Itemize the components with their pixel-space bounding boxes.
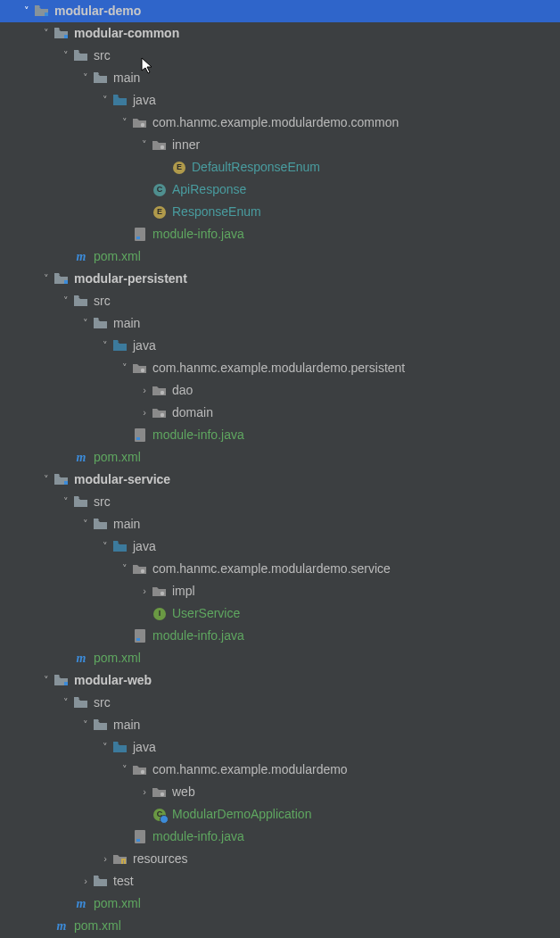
svg-rect-24 (121, 859, 126, 860)
tree-row[interactable]: EResponseEnum (0, 201, 560, 223)
chevron-down-icon[interactable]: ˅ (59, 290, 73, 312)
tree-row[interactable]: CModularDemoApplication (0, 803, 560, 826)
chevron-down-icon[interactable]: ˅ (59, 45, 73, 67)
tree-row[interactable]: › dao (0, 379, 560, 402)
enum-class-icon: E (171, 162, 187, 174)
tree-row[interactable]: module-info.java (0, 424, 560, 446)
chevron-down-icon[interactable]: ˅ (39, 268, 54, 290)
tree-item-label: resources (132, 848, 187, 870)
tree-item-label: modular-common (73, 22, 179, 45)
chevron-down-icon[interactable]: ˅ (78, 67, 93, 89)
runnable-class-icon: C (152, 809, 168, 821)
package-icon (152, 385, 168, 396)
tree-row[interactable]: ˅ java (0, 736, 560, 759)
chevron-down-icon[interactable]: ˅ (118, 357, 132, 379)
java-file-icon (132, 228, 148, 241)
svg-rect-1 (64, 35, 68, 38)
chevron-down-icon[interactable]: ˅ (98, 89, 112, 112)
tree-row[interactable]: ˅ modular-web (0, 669, 560, 692)
chevron-down-icon[interactable]: ˅ (98, 736, 112, 759)
tree-row[interactable]: ˅ src (0, 491, 560, 513)
tree-row[interactable]: mpom.xml (0, 647, 560, 669)
tree-row[interactable]: mpom.xml (0, 446, 560, 469)
tree-item-label: src (93, 692, 111, 714)
tree-row[interactable]: › domain (0, 402, 560, 424)
tree-item-label: module-info.java (152, 826, 244, 848)
tree-row[interactable]: ˅ com.hanmc.example.modulardemo (0, 759, 560, 781)
tree-row[interactable]: › resources (0, 848, 560, 870)
chevron-right-icon[interactable]: › (137, 379, 152, 402)
chevron-down-icon[interactable]: ˅ (39, 22, 54, 45)
chevron-right-icon[interactable]: › (137, 580, 152, 602)
tree-item-label: DefaultResponseEnum (191, 156, 320, 178)
tree-row[interactable]: module-info.java (0, 625, 560, 647)
tree-row[interactable]: module-info.java (0, 223, 560, 245)
tree-row[interactable]: ˅ modular-service (0, 469, 560, 491)
svg-point-3 (161, 145, 164, 149)
tree-row[interactable]: ˅ com.hanmc.example.modulardemo.persiste… (0, 357, 560, 379)
chevron-down-icon[interactable]: ˅ (20, 0, 34, 22)
maven-pom-icon: m (73, 245, 89, 268)
tree-row[interactable]: ˅ com.hanmc.example.modulardemo.service (0, 558, 560, 580)
chevron-down-icon[interactable]: ˅ (118, 112, 132, 134)
chevron-down-icon[interactable]: ˅ (98, 535, 112, 558)
chevron-down-icon[interactable]: ˅ (118, 759, 132, 781)
tree-row[interactable]: ˅ java (0, 535, 560, 558)
maven-pom-icon: m (73, 647, 89, 669)
tree-row[interactable]: ˅ src (0, 692, 560, 714)
chevron-down-icon[interactable]: ˅ (118, 558, 132, 580)
tree-row[interactable]: mpom.xml (0, 245, 560, 268)
tree-row[interactable]: ˅ main (0, 513, 560, 535)
chevron-right-icon[interactable]: › (137, 402, 152, 424)
chevron-down-icon[interactable]: ˅ (59, 491, 73, 513)
tree-row[interactable]: ˅ main (0, 312, 560, 335)
tree-row[interactable]: ˅ java (0, 335, 560, 357)
tree-item-label: src (93, 45, 111, 67)
tree-row[interactable]: ˅ main (0, 67, 560, 89)
java-file-icon (132, 830, 148, 843)
tree-row[interactable]: ˅ inner (0, 134, 560, 156)
tree-row[interactable]: ˅ com.hanmc.example.modulardemo.common (0, 112, 560, 134)
folder-icon (93, 519, 109, 530)
source-root-folder-icon (112, 95, 128, 106)
chevron-down-icon[interactable]: ˅ (39, 469, 54, 491)
tree-row[interactable]: ˅ modular-demo (0, 0, 560, 22)
tree-row[interactable]: › test (0, 870, 560, 892)
chevron-down-icon[interactable]: ˅ (78, 513, 93, 535)
tree-row[interactable]: EDefaultResponseEnum (0, 156, 560, 178)
folder-icon (93, 876, 109, 887)
svg-point-14 (161, 592, 164, 595)
tree-row[interactable]: module-info.java (0, 826, 560, 848)
svg-rect-0 (45, 12, 48, 16)
tree-item-label: ResponseEnum (171, 201, 261, 223)
tree-row[interactable]: ˅ modular-persistent (0, 268, 560, 290)
tree-item-label: com.hanmc.example.modulardemo.service (152, 558, 391, 580)
tree-row[interactable]: ˅ java (0, 89, 560, 112)
svg-rect-17 (64, 682, 68, 685)
tree-row[interactable]: › impl (0, 580, 560, 602)
tree-row[interactable]: mpom.xml (0, 915, 560, 937)
chevron-down-icon[interactable]: ˅ (78, 312, 93, 335)
chevron-down-icon[interactable]: ˅ (78, 714, 93, 736)
tree-item-label: main (112, 714, 140, 736)
tree-row[interactable]: ˅ src (0, 290, 560, 312)
tree-row[interactable]: › web (0, 781, 560, 803)
tree-item-label: ApiResponse (171, 178, 246, 201)
tree-row[interactable]: IUserService (0, 602, 560, 625)
tree-row[interactable]: ˅ src (0, 45, 560, 67)
tree-row[interactable]: CApiResponse (0, 178, 560, 201)
tree-row[interactable]: ˅ modular-common (0, 22, 560, 45)
java-file-icon (132, 428, 148, 442)
chevron-right-icon[interactable]: › (137, 781, 152, 803)
tree-row[interactable]: ˅ main (0, 714, 560, 736)
chevron-down-icon[interactable]: ˅ (98, 335, 112, 357)
tree-item-label: modular-web (73, 669, 152, 692)
tree-item-label: pom.xml (93, 647, 141, 669)
project-tree[interactable]: ˅ modular-demo˅ modular-common˅ src˅ mai… (0, 0, 560, 937)
chevron-right-icon[interactable]: › (98, 848, 112, 870)
tree-row[interactable]: mpom.xml (0, 892, 560, 915)
chevron-down-icon[interactable]: ˅ (59, 692, 73, 714)
chevron-down-icon[interactable]: ˅ (39, 669, 54, 692)
chevron-right-icon[interactable]: › (78, 870, 93, 892)
chevron-down-icon[interactable]: ˅ (137, 134, 152, 156)
